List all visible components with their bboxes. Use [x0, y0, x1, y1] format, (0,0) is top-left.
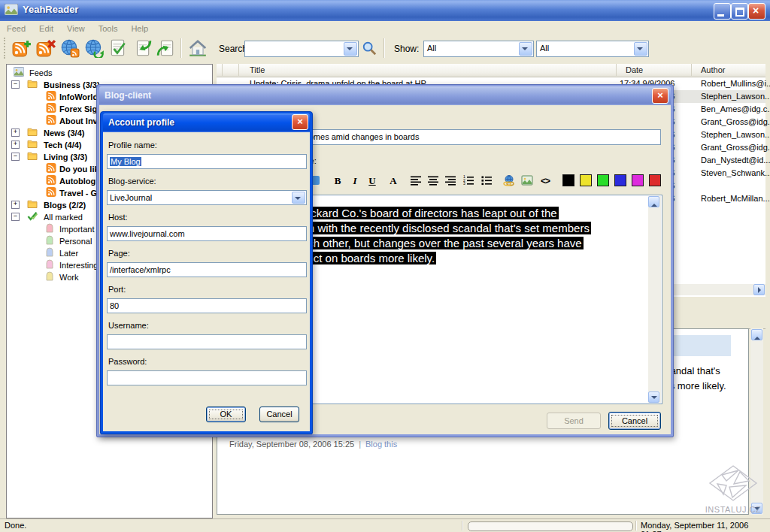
- folder-icon: [27, 151, 38, 161]
- scroll-up-icon[interactable]: [648, 196, 659, 207]
- folder-icon: [27, 79, 38, 89]
- expand-toggle-icon[interactable]: +: [11, 141, 20, 149]
- fmt-insert-html-button[interactable]: <>: [538, 173, 553, 188]
- scroll-right-icon[interactable]: [753, 284, 765, 295]
- account-profile-titlebar: Account profile: [103, 113, 310, 132]
- menu-item-tools[interactable]: Tools: [92, 23, 125, 33]
- scroll-down-icon[interactable]: [648, 391, 659, 403]
- send-button[interactable]: Send: [547, 413, 601, 429]
- menu-item-edit[interactable]: Edit: [32, 23, 60, 33]
- scroll-up-icon[interactable]: [751, 329, 762, 340]
- fmt-underline-button[interactable]: U: [365, 173, 380, 188]
- rss-icon: [46, 103, 56, 113]
- ok-button[interactable]: OK: [206, 407, 246, 422]
- toolbar: Search Show: All All: [0, 34, 770, 62]
- collapse-toggle-icon[interactable]: −: [11, 153, 20, 161]
- feed-tree-label: Travel - G: [59, 189, 97, 198]
- feed-tree-item[interactable]: Feeds: [7, 66, 212, 78]
- article-author-cell: Dan_Nystedt@id...: [701, 154, 770, 167]
- close-button[interactable]: ×: [748, 3, 765, 20]
- search-combobox[interactable]: [244, 41, 359, 57]
- instaluj-watermark: INSTALUJ.CZ: [699, 464, 767, 517]
- statusbar-datetime: Monday, September 11, 2006 01:27: [641, 521, 770, 532]
- fmt-unordered-list-button[interactable]: [479, 173, 494, 188]
- update-all-feeds-icon[interactable]: [84, 38, 104, 58]
- expand-toggle-icon[interactable]: +: [11, 201, 20, 209]
- color-swatch[interactable]: [597, 174, 609, 186]
- chevron-down-icon[interactable]: [519, 42, 532, 56]
- expand-toggle-icon[interactable]: +: [11, 128, 20, 137]
- dateline-separator: |: [354, 440, 365, 449]
- status-bar: Done. Monday, September 11, 2006 01:27: [0, 518, 770, 532]
- article-author-cell: Steven_Schwank...: [701, 167, 770, 180]
- minimize-button[interactable]: [714, 3, 731, 20]
- show-filter-2-combobox[interactable]: All: [536, 41, 649, 57]
- collapse-toggle-icon[interactable]: −: [11, 80, 20, 89]
- add-feed-icon[interactable]: [12, 38, 32, 58]
- color-swatch[interactable]: [614, 174, 626, 186]
- close-icon[interactable]: ×: [652, 88, 668, 104]
- fmt-insert-link-button[interactable]: [502, 173, 517, 188]
- restore-button[interactable]: [731, 3, 748, 20]
- field-label: Password:: [108, 357, 147, 366]
- delete-feed-icon[interactable]: [36, 38, 56, 58]
- article-list-header: Title Date Author: [217, 64, 765, 77]
- import-feed-icon[interactable]: [132, 38, 152, 58]
- author-column-header[interactable]: Author: [692, 64, 765, 76]
- password-field[interactable]: [107, 370, 307, 385]
- cancel-button[interactable]: Cancel: [259, 407, 299, 422]
- search-icon[interactable]: [362, 41, 377, 56]
- menu-bar: FeedEditViewToolsHelp: [0, 21, 770, 34]
- title-column-header[interactable]: Title: [239, 64, 617, 76]
- fmt-font-button[interactable]: A: [386, 173, 401, 188]
- blog-cancel-button[interactable]: Cancel: [608, 412, 661, 430]
- feed-tree-label: About Inv: [59, 116, 98, 125]
- color-swatch[interactable]: [632, 174, 644, 186]
- fmt-ordered-list-button[interactable]: 123: [461, 173, 476, 188]
- fmt-align-right-button[interactable]: [443, 173, 458, 188]
- rss-icon: [46, 163, 56, 173]
- menu-item-view[interactable]: View: [60, 23, 92, 33]
- fmt-italic-button[interactable]: I: [347, 173, 362, 188]
- chevron-down-icon[interactable]: [344, 42, 357, 56]
- color-swatch[interactable]: [649, 174, 661, 186]
- close-icon[interactable]: ×: [292, 114, 308, 130]
- article-author-cell: Ben_Ames@idg.c...: [701, 103, 770, 116]
- flag-column-header[interactable]: [223, 64, 239, 76]
- editor-vscrollbar[interactable]: [648, 196, 661, 403]
- toolbar-grip[interactable]: [4, 38, 8, 59]
- fmt-align-left-button[interactable]: [408, 173, 423, 188]
- fmt-insert-image-button[interactable]: [520, 173, 535, 188]
- search-input[interactable]: [247, 42, 343, 56]
- fmt-bold-button[interactable]: B: [330, 173, 345, 188]
- article-author-cell: Grant_Gross@idg...: [701, 116, 770, 128]
- blog-service-field[interactable]: LiveJournal: [107, 190, 307, 205]
- color-swatch[interactable]: [580, 174, 592, 186]
- feed-tree-label: Autoblog: [59, 177, 95, 186]
- field-label: Page:: [108, 249, 130, 258]
- mark-all-read-icon[interactable]: [108, 38, 128, 58]
- show-filter-1-combobox[interactable]: All: [423, 41, 534, 57]
- app-icon: [14, 67, 24, 77]
- feed-tree-label: Forex Sig: [59, 104, 97, 113]
- color-swatch[interactable]: [562, 174, 574, 186]
- icon-column-header[interactable]: [217, 64, 223, 76]
- chevron-down-icon[interactable]: [292, 192, 305, 204]
- home-icon[interactable]: [188, 38, 208, 58]
- menu-item-help[interactable]: Help: [124, 23, 155, 33]
- feed-tree-label: Work: [59, 273, 78, 282]
- page-field[interactable]: /interface/xmlrpc: [107, 262, 307, 277]
- username-field[interactable]: [107, 334, 307, 349]
- port-field[interactable]: 80: [107, 298, 307, 313]
- export-feed-icon[interactable]: [156, 38, 176, 58]
- blog-this-link[interactable]: Blog this: [365, 440, 397, 449]
- profile-name-field[interactable]: My Blog: [107, 154, 307, 169]
- chevron-down-icon[interactable]: [634, 42, 647, 56]
- update-feed-icon[interactable]: [60, 38, 80, 58]
- collapse-toggle-icon[interactable]: −: [11, 213, 20, 221]
- fmt-align-center-button[interactable]: [426, 173, 441, 188]
- menu-item-feed[interactable]: Feed: [0, 23, 32, 33]
- window-title: YeahReader: [23, 4, 78, 15]
- host-field[interactable]: www.livejournal.com: [107, 226, 307, 241]
- date-column-header[interactable]: Date: [617, 64, 692, 76]
